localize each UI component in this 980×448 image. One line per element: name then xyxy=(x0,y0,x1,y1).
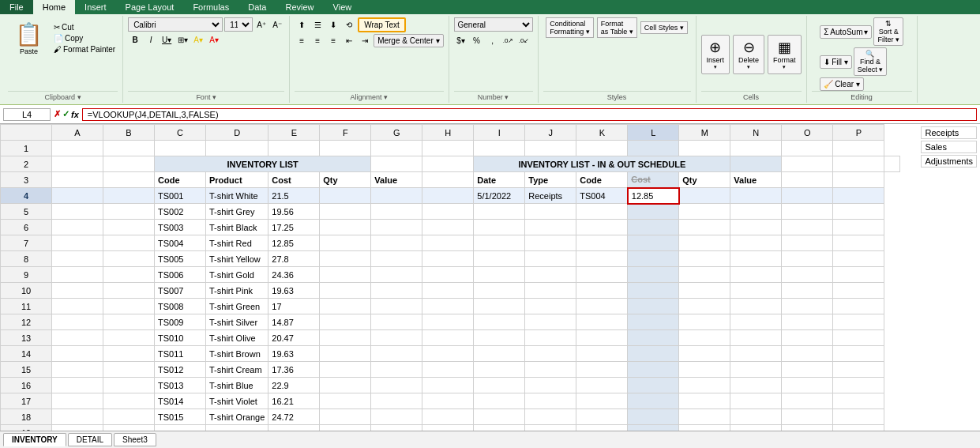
col-header-K[interactable]: K xyxy=(576,125,628,141)
col-header-A[interactable]: A xyxy=(52,125,103,141)
delete-button[interactable]: ⊖ Delete ▾ xyxy=(733,35,764,74)
col-header-I[interactable]: I xyxy=(474,125,525,141)
cell-styles-button[interactable]: Cell Styles ▾ xyxy=(640,21,688,34)
row-header-8[interactable]: 8 xyxy=(1,251,52,267)
cell-D1[interactable] xyxy=(206,141,268,156)
cell-N3[interactable]: Value xyxy=(730,172,782,188)
align-top-button[interactable]: ⬆ xyxy=(295,18,309,32)
font-color-button[interactable]: A▾ xyxy=(207,32,221,47)
insert-button[interactable]: ⊕ Insert ▾ xyxy=(701,35,730,74)
cell-I4[interactable]: 5/1/2022 xyxy=(474,188,525,204)
tab-data[interactable]: Data xyxy=(238,0,276,14)
spreadsheet-container[interactable]: A B C D E F G H I J K L M N O P 1 xyxy=(0,124,980,448)
row-header-10[interactable]: 10 xyxy=(1,283,52,299)
cell-I3[interactable]: Date xyxy=(474,172,525,188)
cut-button[interactable]: ✂Cut xyxy=(51,22,118,32)
autosum-button[interactable]: ΣAutoSum▾ xyxy=(820,25,872,39)
cell-H4[interactable] xyxy=(422,188,474,204)
col-header-P[interactable]: P xyxy=(833,125,884,141)
cell-M3[interactable]: Qty xyxy=(679,172,730,188)
cell-J4[interactable]: Receipts xyxy=(525,188,576,204)
find-select-button[interactable]: 🔍Find &Select ▾ xyxy=(854,47,888,76)
cell-L3[interactable]: Cost xyxy=(628,172,679,188)
cell-K1[interactable] xyxy=(576,141,628,156)
italic-button[interactable]: I xyxy=(144,32,158,47)
col-header-N[interactable]: N xyxy=(730,125,782,141)
format-painter-button[interactable]: 🖌Format Painter xyxy=(51,44,118,55)
tab-review[interactable]: Review xyxy=(276,0,323,14)
cell-P1[interactable] xyxy=(833,141,884,156)
formula-input-box[interactable]: =VLOOKUP(J4,DETAIL,3,FALSE) xyxy=(82,108,977,121)
number-format-select[interactable]: General xyxy=(454,17,533,32)
cell-P3[interactable] xyxy=(833,172,884,188)
align-right-button[interactable]: ≡ xyxy=(326,33,340,47)
col-header-E[interactable]: E xyxy=(268,125,320,141)
merge-center-button[interactable]: Merge & Center ▾ xyxy=(374,34,443,47)
col-header-H[interactable]: H xyxy=(422,125,474,141)
row-header-18[interactable]: 18 xyxy=(1,409,52,425)
cell-F3[interactable]: Qty xyxy=(320,172,371,188)
insert-function-icon[interactable]: fx xyxy=(71,110,79,119)
cell-E4[interactable]: 21.5 xyxy=(268,188,320,204)
cell-O4[interactable] xyxy=(782,188,833,204)
tab-file[interactable]: File xyxy=(0,0,33,14)
col-header-B[interactable]: B xyxy=(103,125,155,141)
tab-home[interactable]: Home xyxy=(33,0,75,14)
cell-E1[interactable] xyxy=(268,141,320,156)
cell-H3[interactable] xyxy=(422,172,474,188)
col-header-C[interactable]: C xyxy=(155,125,206,141)
cell-G2[interactable] xyxy=(422,156,474,172)
cell-C4[interactable]: TS001 xyxy=(155,188,206,204)
cell-B2[interactable] xyxy=(103,156,155,172)
currency-button[interactable]: $▾ xyxy=(454,33,468,47)
tab-insert[interactable]: Insert xyxy=(75,0,116,14)
cell-B4[interactable] xyxy=(103,188,155,204)
cell-reference-box[interactable] xyxy=(3,108,51,121)
row-header-15[interactable]: 15 xyxy=(1,362,52,378)
increase-decimal-button[interactable]: .0↗ xyxy=(501,33,516,47)
sheet-tab-inventory[interactable]: INVENTORY xyxy=(3,433,66,446)
tab-view[interactable]: View xyxy=(324,0,362,14)
sheet-tab-detail[interactable]: DETAIL xyxy=(68,433,112,446)
tab-page-layout[interactable]: Page Layout xyxy=(116,0,184,14)
cell-N2[interactable] xyxy=(782,156,833,172)
sheet-tab-sheet3[interactable]: Sheet3 xyxy=(114,433,156,446)
orientation-button[interactable]: ⟲ xyxy=(342,18,356,32)
cell-F1[interactable] xyxy=(320,141,371,156)
row-header-3[interactable]: 3 xyxy=(1,172,52,188)
copy-button[interactable]: 📄Copy xyxy=(51,33,118,43)
col-header-D[interactable]: D xyxy=(206,125,268,141)
border-button[interactable]: ⊞▾ xyxy=(175,32,190,47)
fill-button[interactable]: ⬇Fill ▾ xyxy=(820,55,852,69)
align-center-button[interactable]: ≡ xyxy=(310,33,325,47)
cell-L4 active-cell[interactable]: 12.85 xyxy=(628,188,679,204)
increase-indent-button[interactable]: ⇥ xyxy=(358,33,372,47)
percent-button[interactable]: % xyxy=(470,33,484,47)
format-as-table-button[interactable]: Formatas Table ▾ xyxy=(597,17,637,38)
underline-button[interactable]: U▾ xyxy=(160,32,174,47)
decrease-decimal-button[interactable]: .0↙ xyxy=(517,33,531,47)
align-left-button[interactable]: ≡ xyxy=(295,33,309,47)
row-header-9[interactable]: 9 xyxy=(1,267,52,283)
cell-B1[interactable] xyxy=(103,141,155,156)
row-header-2[interactable]: 2 xyxy=(1,156,52,172)
tab-formulas[interactable]: Formulas xyxy=(183,0,238,14)
cell-I1[interactable] xyxy=(474,141,525,156)
align-bottom-button[interactable]: ⬇ xyxy=(326,18,340,32)
font-size-select[interactable]: 11 xyxy=(224,17,253,32)
cell-F2[interactable] xyxy=(371,156,422,172)
decrease-font-icon[interactable]: A⁻ xyxy=(270,17,284,32)
cell-N1[interactable] xyxy=(730,141,782,156)
paste-button[interactable]: 📋 Paste xyxy=(8,17,50,59)
cell-F4[interactable] xyxy=(320,188,371,204)
fill-color-button[interactable]: A▾ xyxy=(191,32,205,47)
cell-C3[interactable]: Code xyxy=(155,172,206,188)
cell-G3[interactable]: Value xyxy=(371,172,422,188)
increase-font-icon[interactable]: A⁺ xyxy=(254,17,268,32)
cell-M4[interactable] xyxy=(679,188,730,204)
row-header-7[interactable]: 7 xyxy=(1,235,52,251)
bold-button[interactable]: B xyxy=(128,32,142,47)
col-header-L[interactable]: L xyxy=(628,125,679,141)
font-name-select[interactable]: Calibri xyxy=(128,17,223,32)
cell-O2[interactable] xyxy=(833,156,884,172)
